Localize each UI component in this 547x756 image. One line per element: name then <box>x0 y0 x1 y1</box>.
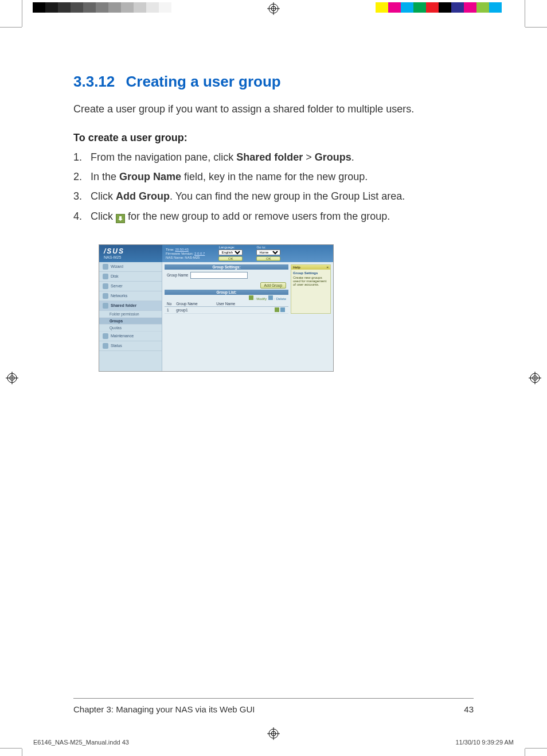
section-heading: 3.3.12 Creating a user group <box>73 73 474 91</box>
page-footer: Chapter 3: Managing your NAS via its Web… <box>73 698 474 714</box>
nav-shared-folder[interactable]: Shared folder <box>99 301 162 311</box>
registration-mark-icon <box>6 372 18 384</box>
help-subtitle: Group Settings <box>293 271 329 275</box>
nav-sub-groups[interactable]: Groups <box>99 318 162 325</box>
shared-folder-icon <box>103 303 108 309</box>
help-collapse-icon[interactable]: × <box>326 266 329 269</box>
crop-mark <box>525 748 547 749</box>
group-name-row: Group Name <box>165 270 288 281</box>
color-bar-right <box>363 2 514 13</box>
nav-status[interactable]: Status <box>99 341 162 351</box>
indesign-slug: E6146_NAS-M25_Manual.indd 43 11/30/10 9:… <box>22 739 525 746</box>
nav-server[interactable]: Server <box>99 282 162 291</box>
crop-mark <box>0 748 22 749</box>
step-4: Click for the new group to add or remove… <box>73 209 474 224</box>
crop-mark <box>525 749 525 756</box>
help-title: Help <box>293 266 300 269</box>
header-col-goto: Go to: Home OK <box>256 245 280 261</box>
group-list-table: No Group Name User Name 1 group1 <box>165 301 288 314</box>
server-icon <box>103 283 108 289</box>
legend-row: : Modify : Delete <box>165 295 288 301</box>
disk-icon <box>103 274 108 279</box>
step-2: In the Group Name field, key in the name… <box>73 169 474 184</box>
color-bar-left <box>33 2 184 13</box>
procedure-steps: From the navigation pane, click Shared f… <box>73 150 474 223</box>
product-name: NAS-M25 <box>104 255 162 259</box>
status-icon <box>103 343 108 349</box>
goto-select[interactable]: Home <box>256 250 280 255</box>
crop-mark <box>0 27 22 28</box>
crop-mark <box>22 0 22 27</box>
modify-icon <box>249 295 253 300</box>
crop-mark <box>22 749 22 756</box>
asus-logo: /SUS <box>104 247 162 255</box>
footer-page-number: 43 <box>464 704 474 714</box>
nav-networks[interactable]: Networks <box>99 291 162 301</box>
th-user-name: User Name <box>214 301 271 307</box>
main-panel: Group Settings: Group Name Add Group Gro… <box>162 262 333 371</box>
step-3: Click Add Group. You can find the new gr… <box>73 189 474 204</box>
nav-sub-quotas[interactable]: Quotas <box>99 325 162 332</box>
maintenance-icon <box>103 333 108 339</box>
nav-sub-folder-permission[interactable]: Folder permission <box>99 311 162 318</box>
table-row: 1 group1 <box>165 306 288 313</box>
indd-timestamp: 11/30/10 9:39:29 AM <box>455 739 514 746</box>
add-group-button[interactable]: Add Group <box>260 282 286 289</box>
networks-icon <box>103 293 108 299</box>
intro-text: Create a user group if you want to assig… <box>73 102 474 116</box>
cell-no: 1 <box>165 306 174 313</box>
language-ok-button[interactable]: OK <box>218 256 243 261</box>
crop-mark <box>525 27 547 28</box>
registration-mark-icon <box>267 2 280 15</box>
nav-sidebar: Wizard Disk Server Networks Shared folde… <box>99 262 162 371</box>
section-title: Creating a user group <box>126 73 281 90</box>
row-modify-button[interactable] <box>275 307 279 312</box>
nav-wizard[interactable]: Wizard <box>99 262 162 272</box>
header-col-language: Language: English OK <box>218 245 243 261</box>
section-number: 3.3.12 <box>73 73 115 90</box>
modify-icon <box>116 214 125 223</box>
brand-block: /SUS NAS-M25 <box>99 245 162 262</box>
header-info: Time: 20:50:43 Firmware Version: 2.0.0.7… <box>162 245 333 262</box>
help-body-text: Create new groups used for management of… <box>293 276 329 286</box>
th-no: No <box>165 301 174 307</box>
group-name-input[interactable] <box>190 272 248 279</box>
help-panel: Help × Group Settings Create new groups … <box>291 264 331 314</box>
delete-icon <box>268 295 273 300</box>
cell-group-name: group1 <box>174 306 214 313</box>
page-body: 3.3.12 Creating a user group Create a us… <box>22 27 525 749</box>
firmware-link[interactable]: 2.0.0.7 <box>194 252 205 255</box>
language-select[interactable]: English <box>218 250 243 255</box>
header-col-system: Time: 20:50:43 Firmware Version: 2.0.0.7… <box>166 248 205 259</box>
footer-chapter: Chapter 3: Managing your NAS via its Web… <box>73 704 255 714</box>
group-settings-header: Group Settings: <box>165 264 288 270</box>
goto-ok-button[interactable]: OK <box>256 256 280 261</box>
wizard-icon <box>103 264 108 270</box>
nav-maintenance[interactable]: Maintenance <box>99 332 162 341</box>
time-link[interactable]: 20:50:43 <box>175 248 188 251</box>
th-group-name: Group Name <box>174 301 214 307</box>
registration-mark-icon <box>529 372 541 384</box>
embedded-screenshot: /SUS NAS-M25 Time: 20:50:43 Firmware Ver… <box>99 244 334 372</box>
nav-disk[interactable]: Disk <box>99 272 162 282</box>
indd-file: E6146_NAS-M25_Manual.indd 43 <box>33 739 129 746</box>
group-list-header: Group List: <box>165 290 288 295</box>
procedure-title: To create a user group: <box>73 132 474 144</box>
row-delete-button[interactable] <box>280 307 285 312</box>
crop-mark <box>525 0 525 27</box>
group-name-label: Group Name <box>167 273 188 277</box>
step-1: From the navigation pane, click Shared f… <box>73 150 474 165</box>
app-header: /SUS NAS-M25 Time: 20:50:43 Firmware Ver… <box>99 245 333 262</box>
